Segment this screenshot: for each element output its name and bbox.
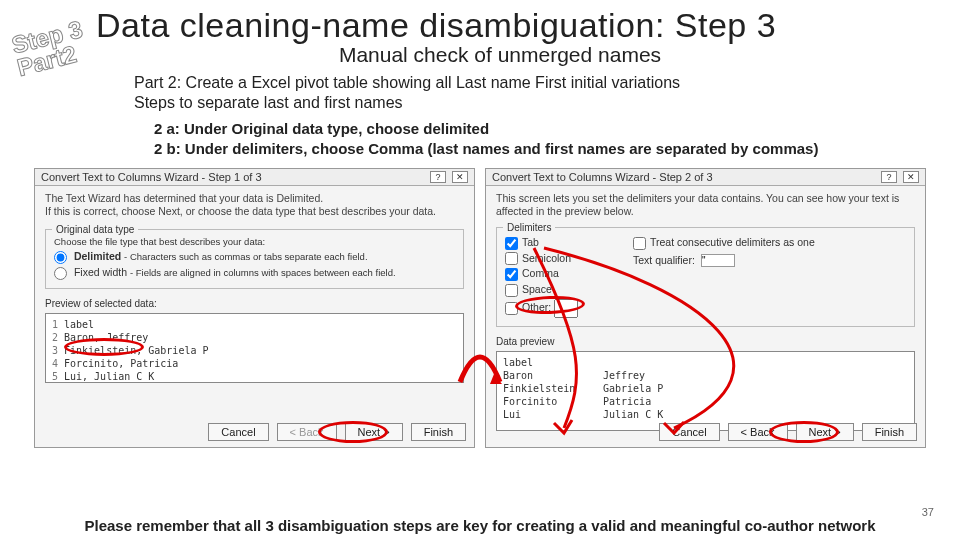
- wizard1-title: Convert Text to Columns Wizard - Step 1 …: [41, 171, 262, 183]
- preview2-label: Data preview: [496, 335, 915, 348]
- wizard-step1-dialog: Convert Text to Columns Wizard - Step 1 …: [34, 168, 475, 448]
- bullet-2a: 2 a: Under Original data type, choose de…: [154, 119, 946, 139]
- check-semicolon[interactable]: Semicolon: [505, 252, 615, 266]
- text-qualifier-input[interactable]: [701, 254, 735, 267]
- step-bullets: 2 a: Under Original data type, choose de…: [154, 119, 946, 160]
- check-other[interactable]: Other:: [505, 299, 615, 318]
- intro-line2: Steps to separate last and first names: [134, 93, 946, 113]
- footer-note: Please remember that all 3 disambiguatio…: [0, 517, 960, 534]
- close-icon[interactable]: ✕: [452, 171, 468, 183]
- help-icon[interactable]: ?: [881, 171, 897, 183]
- wizard-step2-dialog: Convert Text to Columns Wizard - Step 2 …: [485, 168, 926, 448]
- check-treat-consecutive[interactable]: Treat consecutive delimiters as one: [633, 236, 906, 250]
- radio-fixed-width[interactable]: Fixed width - Fields are aligned in colu…: [54, 266, 455, 280]
- cancel-button[interactable]: Cancel: [659, 423, 719, 441]
- back-button[interactable]: < Back: [728, 423, 788, 441]
- wizard1-line1: The Text Wizard has determined that your…: [45, 192, 464, 206]
- cancel-button[interactable]: Cancel: [208, 423, 268, 441]
- wizard2-line1: This screen lets you set the delimiters …: [496, 192, 915, 219]
- delimiters-group: Delimiters Tab Semicolon Comma Space Oth…: [496, 227, 915, 327]
- group-legend: Original data type: [52, 223, 138, 236]
- preview-label: Preview of selected data:: [45, 297, 464, 310]
- next-button[interactable]: Next >: [796, 423, 854, 441]
- page-subtitle: Manual check of unmerged names: [54, 43, 946, 67]
- finish-button[interactable]: Finish: [862, 423, 917, 441]
- close-icon[interactable]: ✕: [903, 171, 919, 183]
- original-data-type-group: Original data type Choose the file type …: [45, 229, 464, 289]
- help-icon[interactable]: ?: [430, 171, 446, 183]
- preview-box-1: 1label 2Baron, Jeffrey 3Finkielstein, Ga…: [45, 313, 464, 383]
- wizard2-title: Convert Text to Columns Wizard - Step 2 …: [492, 171, 713, 183]
- finish-button[interactable]: Finish: [411, 423, 466, 441]
- page-title: Data cleaning-name disambiguation: Step …: [96, 6, 946, 45]
- text-qualifier-label: Text qualifier:: [633, 254, 695, 268]
- intro-line1: Part 2: Create a Excel pivot table showi…: [134, 73, 946, 93]
- check-tab[interactable]: Tab: [505, 236, 615, 250]
- next-button[interactable]: Next >: [345, 423, 403, 441]
- preview-box-2: label BaronJeffrey FinkielsteinGabriela …: [496, 351, 915, 431]
- check-comma[interactable]: Comma: [505, 267, 615, 281]
- bullet-2b: 2 b: Under delimiters, choose Comma (las…: [154, 139, 946, 159]
- check-space[interactable]: Space: [505, 283, 615, 297]
- delimiters-legend: Delimiters: [503, 221, 555, 234]
- wizard1-line2: If this is correct, choose Next, or choo…: [45, 205, 464, 219]
- radio-delimited[interactable]: Delimited - Characters such as commas or…: [54, 250, 455, 264]
- group-prompt: Choose the file type that best describes…: [54, 236, 455, 248]
- intro-text: Part 2: Create a Excel pivot table showi…: [134, 73, 946, 113]
- step-stamp: Step 3 Part2: [10, 18, 91, 80]
- back-button[interactable]: < Back: [277, 423, 337, 441]
